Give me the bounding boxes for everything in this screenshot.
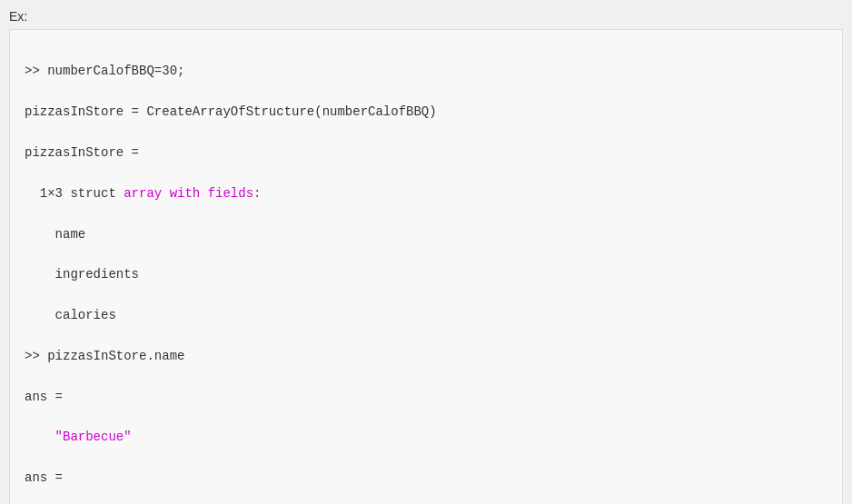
val-barbecue-text: "Barbecue" [55, 430, 132, 444]
ex-label: Ex: [9, 9, 843, 24]
line3-text: pizzasInStore = [25, 145, 139, 160]
array-with-fields: array with fields: [124, 186, 261, 201]
ans-eq1-text: ans = [25, 390, 63, 404]
field2-text: ingredients [25, 267, 139, 282]
line-number-calofbbq: >> numberCalofBBQ=30; [25, 64, 184, 78]
field3-text: calories [25, 308, 116, 322]
val-barbecue-line [25, 430, 55, 444]
field1-text: name [25, 227, 85, 242]
line2-text: pizzasInStore = CreateArrayOfStructure(n… [25, 104, 437, 119]
code-block: >> numberCalofBBQ=30; pizzasInStore = Cr… [9, 29, 843, 504]
line4-indent: 1×3 struct [25, 186, 124, 201]
name-cmd-text: >> pizzasInStore.name [25, 349, 184, 363]
ans-eq2-text: ans = [25, 470, 63, 485]
